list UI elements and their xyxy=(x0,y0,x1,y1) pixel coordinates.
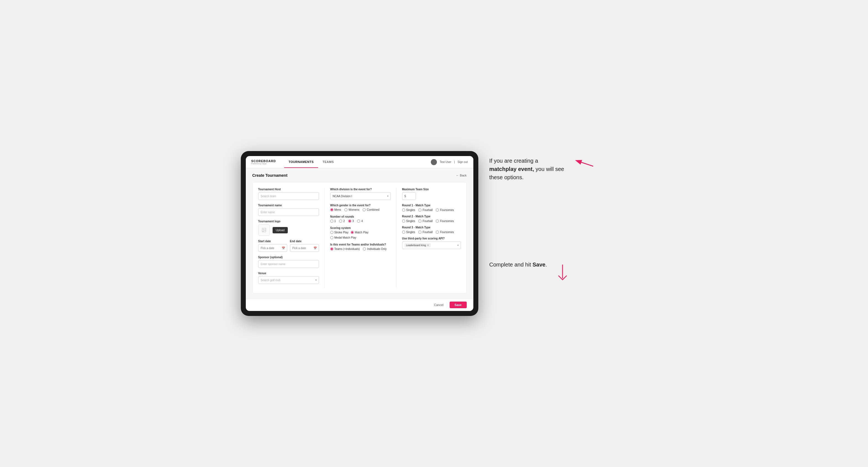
tab-tournaments[interactable]: TOURNAMENTS xyxy=(284,156,318,168)
round1-singles-label: Singles xyxy=(406,209,415,212)
sponsor-input[interactable] xyxy=(258,260,319,268)
scoring-match-radio[interactable] xyxy=(351,231,354,234)
round1-fourball-radio[interactable] xyxy=(418,209,422,212)
scoring-match[interactable]: Match Play xyxy=(351,231,368,234)
max-team-size-input[interactable] xyxy=(402,192,416,200)
teams-radio[interactable] xyxy=(330,247,333,250)
api-tag-close-icon[interactable]: ✕ xyxy=(427,244,429,247)
round-4-radio[interactable] xyxy=(357,220,360,223)
round1-singles-radio[interactable] xyxy=(402,209,405,212)
division-select[interactable]: NCAA Division I xyxy=(330,192,391,200)
round2-radio-group: Singles Fourball Foursomes xyxy=(402,220,461,223)
save-button[interactable]: Save xyxy=(450,302,467,308)
round-4[interactable]: 4 xyxy=(357,220,363,223)
sponsor-label: Sponsor (optional) xyxy=(258,256,319,259)
division-group: Which division is the event for? NCAA Di… xyxy=(330,188,391,200)
annotation-top-bold: matchplay event, xyxy=(489,166,534,172)
round3-singles-radio[interactable] xyxy=(402,230,405,234)
arrow-right-indicator xyxy=(574,159,596,174)
end-date-label: End date xyxy=(290,240,319,243)
tournament-host-input[interactable] xyxy=(258,192,319,200)
round1-fourball[interactable]: Fourball xyxy=(418,209,432,212)
scoring-match-label: Match Play xyxy=(355,231,368,234)
api-select-box[interactable]: Leaderboard King ✕ xyxy=(402,241,461,249)
start-date-group: Start date 📅 xyxy=(258,240,287,252)
gender-mens[interactable]: Mens xyxy=(330,208,341,211)
sign-out-link[interactable]: Sign out xyxy=(458,160,468,163)
gender-combined[interactable]: Combined xyxy=(363,208,379,211)
round-2-radio[interactable] xyxy=(339,220,342,223)
avatar xyxy=(431,159,437,165)
teams-label-text: Teams (+Individuals) xyxy=(335,247,360,250)
max-team-size-label: Maximum Team Size xyxy=(402,188,461,191)
rounds-group: Number of rounds 1 2 xyxy=(330,215,391,223)
gender-combined-radio[interactable] xyxy=(363,208,366,211)
cancel-button[interactable]: Cancel xyxy=(431,302,447,308)
round-2[interactable]: 2 xyxy=(339,220,345,223)
annotation-top: If you are creating a matchplay event, y… xyxy=(489,157,627,181)
main-content: Create Tournament ← Back Tournament Host… xyxy=(246,168,473,299)
round3-singles[interactable]: Singles xyxy=(402,230,415,234)
scoring-medal[interactable]: Medal Match Play xyxy=(330,236,356,239)
page-title: Create Tournament xyxy=(252,173,287,178)
start-date-input[interactable] xyxy=(258,244,287,252)
round3-singles-label: Singles xyxy=(406,230,415,234)
individuals-option[interactable]: Individuals Only xyxy=(363,247,386,250)
round3-foursomes[interactable]: Foursomes xyxy=(436,230,454,234)
gender-mens-label: Mens xyxy=(335,208,341,211)
tab-teams[interactable]: TEAMS xyxy=(318,156,338,168)
end-date-input[interactable] xyxy=(290,244,319,252)
logo-placeholder xyxy=(258,224,270,236)
round-3-radio[interactable] xyxy=(348,220,351,223)
venue-label: Venue xyxy=(258,272,319,275)
round-1-radio[interactable] xyxy=(330,220,333,223)
round1-foursomes-radio[interactable] xyxy=(436,209,439,212)
pink-arrow-bottom-icon xyxy=(554,263,571,282)
round3-fourball[interactable]: Fourball xyxy=(418,230,432,234)
gender-womens[interactable]: Womens xyxy=(344,208,359,211)
round2-singles-label: Singles xyxy=(406,220,415,223)
round-1[interactable]: 1 xyxy=(330,220,336,223)
user-name: Test User xyxy=(440,160,451,163)
round2-fourball[interactable]: Fourball xyxy=(418,220,432,223)
division-select-wrapper: NCAA Division I ▾ xyxy=(330,192,391,200)
upload-button[interactable]: Upload xyxy=(273,227,288,234)
gender-mens-radio[interactable] xyxy=(330,208,333,211)
round3-fourball-label: Fourball xyxy=(423,230,432,234)
round-4-label: 4 xyxy=(361,220,363,223)
scoring-stroke-radio[interactable] xyxy=(330,231,333,234)
round2-singles-radio[interactable] xyxy=(402,220,405,223)
round-3[interactable]: 3 xyxy=(348,220,354,223)
separator: | xyxy=(454,160,455,163)
round2-foursomes-radio[interactable] xyxy=(436,220,439,223)
nav-bar: SCOREBOARD Powered by clippt TOURNAMENTS… xyxy=(246,156,473,168)
round1-foursomes[interactable]: Foursomes xyxy=(436,209,454,212)
round2-singles[interactable]: Singles xyxy=(402,220,415,223)
round1-singles[interactable]: Singles xyxy=(402,209,415,212)
rounds-radio-group: 1 2 3 xyxy=(330,220,391,223)
round3-fourball-radio[interactable] xyxy=(418,230,422,234)
tournament-logo-group: Tournament logo Upload xyxy=(258,220,319,236)
page-wrapper: SCOREBOARD Powered by clippt TOURNAMENTS… xyxy=(241,151,627,316)
round2-fourball-label: Fourball xyxy=(423,220,432,223)
annotation-bottom-bold: Save xyxy=(532,261,546,268)
round3-foursomes-radio[interactable] xyxy=(436,230,439,234)
individuals-radio[interactable] xyxy=(363,247,366,250)
logo-area: SCOREBOARD Powered by clippt xyxy=(251,160,276,165)
pink-arrow-top-icon xyxy=(574,159,596,173)
round2-section: Round 2 - Match Type Singles Fourball xyxy=(402,215,461,223)
scoring-stroke[interactable]: Stroke Play xyxy=(330,231,348,234)
gender-womens-radio[interactable] xyxy=(344,208,347,211)
venue-input[interactable] xyxy=(258,276,319,284)
round2-fourball-radio[interactable] xyxy=(418,220,422,223)
round2-foursomes[interactable]: Foursomes xyxy=(436,220,454,223)
scoring-medal-radio[interactable] xyxy=(330,236,333,239)
back-link[interactable]: ← Back xyxy=(456,174,467,177)
round1-section: Round 1 - Match Type Singles Fourball xyxy=(402,204,461,212)
tournament-name-input[interactable] xyxy=(258,208,319,216)
round-3-label: 3 xyxy=(352,220,354,223)
teams-option[interactable]: Teams (+Individuals) xyxy=(330,247,360,250)
round1-foursomes-label: Foursomes xyxy=(440,209,454,212)
tournament-name-group: Tournament name xyxy=(258,204,319,216)
app-subtitle: Powered by clippt xyxy=(251,163,276,165)
